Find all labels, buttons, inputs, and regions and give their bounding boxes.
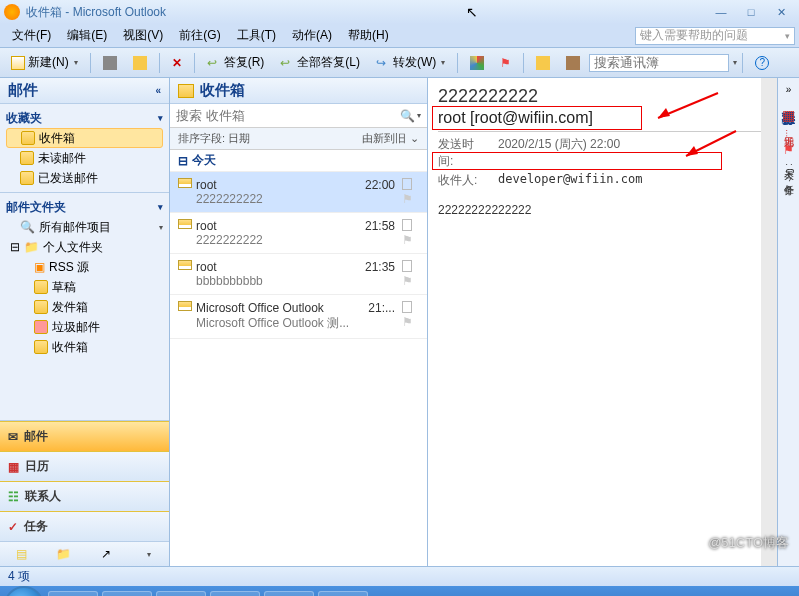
nav-mail[interactable]: ✉邮件 xyxy=(0,421,169,451)
all-mail-items[interactable]: 🔍所有邮件项目▾ xyxy=(6,217,163,237)
favorites-title[interactable]: 收藏夹 ▾ xyxy=(6,108,163,128)
start-button[interactable] xyxy=(4,586,44,596)
folder-icon xyxy=(20,151,34,165)
category-box[interactable] xyxy=(402,178,412,190)
mail-icon: ✉ xyxy=(8,430,18,444)
expand-icon[interactable]: » xyxy=(786,84,792,95)
search-contacts-input[interactable] xyxy=(589,54,729,72)
flag-icon[interactable]: ⚑ xyxy=(402,274,413,288)
menu-edit[interactable]: 编辑(E) xyxy=(59,27,115,44)
nav-notes[interactable]: ▤ xyxy=(0,542,42,566)
taskbar-outlook[interactable]: ✉ xyxy=(318,591,368,596)
scrollbar[interactable] xyxy=(761,78,777,566)
menu-actions[interactable]: 动作(A) xyxy=(284,27,340,44)
collapse-icon[interactable]: « xyxy=(155,85,161,96)
folder-drafts[interactable]: 草稿 xyxy=(6,277,163,297)
menu-view[interactable]: 视图(V) xyxy=(115,27,171,44)
expand-icon[interactable]: ⊟ xyxy=(10,240,20,254)
category-box[interactable] xyxy=(402,260,412,272)
nav-tasks[interactable]: ✓任务 xyxy=(0,511,169,541)
taskbar-cmd[interactable]: >_ xyxy=(264,591,314,596)
reading-sent-row: 发送时间: 2020/2/15 (周六) 22:00 xyxy=(438,136,767,170)
send-receive-icon xyxy=(536,56,550,70)
nav-folders[interactable]: 📁 xyxy=(42,542,84,566)
taskbar-explorer[interactable]: 📁 xyxy=(102,591,152,596)
delete-button[interactable]: ✕ xyxy=(165,52,189,74)
flag-icon[interactable]: ⚑ xyxy=(402,315,413,329)
nav-configure[interactable]: ▾ xyxy=(127,542,169,566)
message-item[interactable]: rootbbbbbbbbbb21:35⚑ xyxy=(170,254,427,295)
taskbar-app[interactable]: ▦ xyxy=(210,591,260,596)
search-row: 🔍 ▾ xyxy=(170,104,427,128)
msg-time: 21:58 xyxy=(355,219,395,247)
main-area: 邮件 « 收藏夹 ▾ 收件箱 未读邮件 已发送邮件 邮件文件夹 ▾ 🔍所有邮件项… xyxy=(0,78,799,566)
folder-icon xyxy=(20,171,34,185)
taskbar-wmp[interactable]: ▶ xyxy=(156,591,206,596)
search-dropdown[interactable]: ▾ xyxy=(417,111,421,120)
status-bar: 4 项 xyxy=(0,566,799,586)
help-button[interactable]: ? xyxy=(748,52,776,74)
msg-time: 22:00 xyxy=(355,178,395,206)
folder-outbox[interactable]: 发件箱 xyxy=(6,297,163,317)
folder-rss[interactable]: ▣RSS 源 xyxy=(6,257,163,277)
title-bar: 收件箱 - Microsoft Outlook — □ ✕ xyxy=(0,0,799,24)
dropdown-icon[interactable]: ▾ xyxy=(733,58,737,67)
flag-icon[interactable]: ⚑ xyxy=(402,233,413,247)
sent-label: 发送时间: xyxy=(438,136,488,170)
send-receive-button[interactable] xyxy=(529,52,557,74)
menu-tools[interactable]: 工具(T) xyxy=(229,27,284,44)
category-icon xyxy=(470,56,484,70)
flag-icon[interactable]: ⚑ xyxy=(402,192,413,206)
nav-contacts[interactable]: ☷联系人 xyxy=(0,481,169,511)
sort-row[interactable]: 排序字段: 日期 由新到旧⌄ xyxy=(170,128,427,150)
category-box[interactable] xyxy=(402,219,412,231)
forward-button[interactable]: ↪转发(W)▾ xyxy=(369,52,452,74)
nav-shortcuts[interactable]: ↗ xyxy=(85,542,127,566)
fav-sent[interactable]: 已发送邮件 xyxy=(6,168,163,188)
list-header: 收件箱 xyxy=(170,78,427,104)
to-label: 收件人: xyxy=(438,172,488,189)
calendar-icon[interactable]: ▦ xyxy=(782,107,795,123)
new-button[interactable]: 新建(N)▾ xyxy=(4,52,85,74)
outlook-icon xyxy=(4,4,20,20)
help-search-box[interactable]: 键入需要帮助的问题 ▾ xyxy=(635,27,795,45)
message-item[interactable]: root222222222222:00⚑ xyxy=(170,172,427,213)
print-icon xyxy=(103,56,117,70)
move-button[interactable] xyxy=(126,52,154,74)
forward-icon: ↪ xyxy=(376,56,390,70)
followup-button[interactable]: ⚑ xyxy=(493,52,518,74)
menu-help[interactable]: 帮助(H) xyxy=(340,27,397,44)
reply-button[interactable]: ↩答复(R) xyxy=(200,52,272,74)
fav-unread[interactable]: 未读邮件 xyxy=(6,148,163,168)
chevron-icon: ▾ xyxy=(158,202,163,212)
search-input[interactable] xyxy=(176,106,399,126)
menu-file[interactable]: 文件(F) xyxy=(4,27,59,44)
menu-goto[interactable]: 前往(G) xyxy=(171,27,228,44)
folder-inbox[interactable]: 收件箱 xyxy=(6,337,163,357)
personal-folders[interactable]: ⊟📁个人文件夹 xyxy=(6,237,163,257)
rss-icon: ▣ xyxy=(34,260,45,274)
message-item[interactable]: Microsoft Office OutlookMicrosoft Office… xyxy=(170,295,427,339)
address-book-button[interactable] xyxy=(559,52,587,74)
window-title: 收件箱 - Microsoft Outlook xyxy=(26,4,705,21)
categorize-button[interactable] xyxy=(463,52,491,74)
msg-from: root xyxy=(196,219,355,233)
close-button[interactable]: ✕ xyxy=(767,3,795,21)
minimize-button[interactable]: — xyxy=(707,3,735,21)
taskbar-ie[interactable]: e xyxy=(48,591,98,596)
category-box[interactable] xyxy=(402,301,412,313)
msg-from: root xyxy=(196,260,355,274)
reply-all-button[interactable]: ↩全部答复(L) xyxy=(273,52,367,74)
message-item[interactable]: root222222222221:58⚑ xyxy=(170,213,427,254)
search-button[interactable]: 🔍 xyxy=(399,108,415,124)
nav-calendar[interactable]: ▦日历 xyxy=(0,451,169,481)
print-button[interactable] xyxy=(96,52,124,74)
notes-icon: ▤ xyxy=(16,547,27,561)
group-today[interactable]: ⊟ 今天 xyxy=(170,150,427,172)
fav-inbox[interactable]: 收件箱 xyxy=(6,128,163,148)
folder-junk[interactable]: 垃圾邮件 xyxy=(6,317,163,337)
mail-folders-title[interactable]: 邮件文件夹 ▾ xyxy=(6,197,163,217)
sort-order[interactable]: 由新到旧⌄ xyxy=(362,131,419,146)
todo-tasks: 今天: 0 个任务 xyxy=(782,163,796,177)
maximize-button[interactable]: □ xyxy=(737,3,765,21)
